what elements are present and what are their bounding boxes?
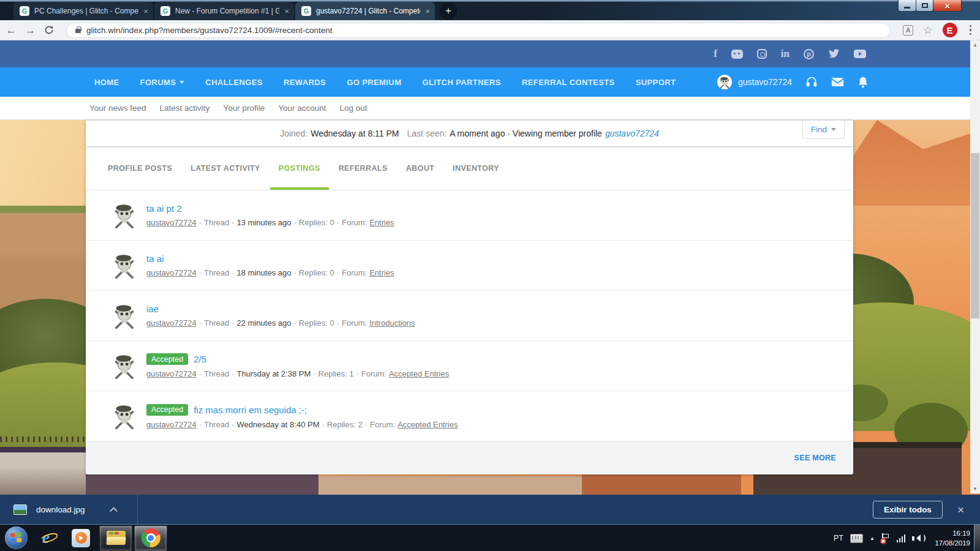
browser-scrollbar[interactable]: ▲ ▼ [970, 40, 980, 493]
forum-link[interactable]: Entries [369, 268, 394, 277]
subnav-your-account[interactable]: Your account [278, 103, 326, 113]
tab-referrals[interactable]: REFERRALS [339, 164, 388, 190]
nav-item-rewards[interactable]: REWARDS [284, 78, 326, 87]
logged-in-username[interactable]: gustavo72724 [738, 77, 792, 87]
taskbar-internet-explorer-button[interactable]: e [29, 525, 62, 551]
back-button[interactable]: ← [6, 25, 17, 36]
tab-inventory[interactable]: INVENTORY [453, 164, 499, 190]
forum-link[interactable]: Accepted Entries [398, 420, 458, 429]
nav-item-referral-contests[interactable]: REFERRAL CONTESTS [522, 78, 615, 87]
show-all-downloads-button[interactable]: Exibir todos [873, 501, 943, 519]
tab-close-icon[interactable]: × [284, 7, 289, 15]
nav-item-home[interactable]: HOME [94, 78, 119, 87]
pinterest-icon[interactable]: p [804, 48, 814, 60]
twitter-icon[interactable] [828, 48, 840, 60]
close-window-button[interactable]: × [933, 0, 962, 12]
network-icon[interactable] [897, 534, 906, 542]
close-download-bar-icon[interactable]: × [957, 504, 964, 515]
subnav-your-news-feed[interactable]: Your news feed [89, 103, 146, 113]
poster-avatar[interactable] [109, 301, 140, 331]
separator: · [199, 369, 202, 378]
author-link[interactable]: gustavo72724 [146, 369, 197, 378]
tab-pc-challenges[interactable]: G PC Challenges | Glitch - Compete × [13, 2, 153, 20]
scroll-up-arrow[interactable]: ▲ [970, 40, 980, 50]
show-desktop-button[interactable] [974, 525, 980, 551]
thread-title-link[interactable]: iae [146, 304, 159, 314]
author-link[interactable]: gustavo72724 [146, 218, 197, 227]
forward-button[interactable]: → [25, 25, 36, 36]
subnav-your-profile[interactable]: Your profile [223, 103, 265, 113]
user-avatar[interactable] [717, 75, 732, 89]
action-center-icon[interactable] [881, 533, 890, 543]
subnav-latest-activity[interactable]: Latest activity [160, 103, 210, 113]
separator: · [199, 218, 202, 227]
tab-close-icon[interactable]: × [425, 7, 430, 15]
volume-icon[interactable] [912, 534, 925, 542]
hidden-icons-arrow[interactable]: ▲ [870, 536, 875, 541]
poster-avatar[interactable] [109, 401, 140, 432]
nav-item-glitch-partners[interactable]: GLITCH PARTNERS [422, 78, 501, 87]
replies-count: Replies: 1 [318, 369, 354, 378]
forum-link[interactable]: Entries [369, 218, 394, 227]
tab-profile-posts[interactable]: PROFILE POSTS [108, 164, 172, 190]
thread-title-link[interactable]: ta ai [146, 253, 164, 264]
tab-latest-activity[interactable]: LATEST ACTIVITY [190, 164, 260, 190]
language-indicator[interactable]: PT [834, 534, 843, 542]
see-more-link[interactable]: SEE MORE [794, 454, 836, 462]
author-link[interactable]: gustavo72724 [146, 420, 197, 429]
headset-icon[interactable] [805, 76, 818, 88]
thread-title-link[interactable]: fiz mas morri em seguida ;-; [194, 405, 307, 415]
discord-icon[interactable] [731, 48, 743, 60]
post-type: Thread [204, 318, 229, 328]
scroll-down-arrow[interactable]: ▼ [970, 484, 980, 493]
tab-close-icon[interactable]: × [143, 7, 148, 15]
youtube-icon[interactable] [854, 48, 866, 60]
mail-icon[interactable] [831, 77, 844, 87]
subnav-log-out[interactable]: Log out [339, 103, 367, 113]
maximize-button[interactable] [916, 0, 933, 12]
tab-forum-competition[interactable]: G New - Forum Competition #1 | G × [154, 2, 294, 20]
padlock-icon[interactable] [75, 29, 81, 33]
taskbar-chrome-button[interactable] [134, 525, 167, 551]
bookmark-star-icon[interactable]: ☆ [923, 25, 932, 36]
poster-avatar[interactable] [109, 200, 140, 231]
start-button[interactable] [5, 527, 28, 549]
tray-clock[interactable]: 16:19 17/08/2019 [935, 528, 970, 548]
taskbar-media-player-button[interactable] [64, 525, 97, 551]
separator: · [199, 268, 202, 277]
browser-menu-icon[interactable] [967, 25, 974, 36]
url-text[interactable]: glitch.win/index.php?members/gustavo7272… [86, 26, 333, 35]
bell-icon[interactable] [858, 76, 869, 88]
find-button[interactable]: Find [802, 120, 845, 139]
browser-profile-avatar[interactable]: E [943, 23, 957, 37]
taskbar-explorer-button[interactable] [99, 525, 132, 551]
reload-button[interactable] [44, 25, 54, 35]
scrollbar-thumb[interactable] [971, 153, 979, 318]
facebook-icon[interactable]: f [714, 48, 717, 60]
forum-link[interactable]: Accepted Entries [389, 369, 449, 378]
minimize-button[interactable] [898, 0, 916, 12]
thread-title-link[interactable]: 2/5 [194, 354, 206, 364]
tab-gustavo-profile[interactable]: G gustavo72724 | Glitch - Compete × [295, 2, 435, 20]
linkedin-icon[interactable]: in [781, 48, 790, 60]
thread-title-link[interactable]: ta ai pt 2 [146, 203, 182, 214]
poster-avatar[interactable] [109, 351, 140, 381]
nav-item-challenges[interactable]: CHALLENGES [205, 78, 263, 87]
translate-icon[interactable]: A [903, 25, 913, 36]
forum-link[interactable]: Introductions [369, 318, 415, 328]
tab-postings[interactable]: POSTINGS [279, 164, 320, 190]
tab-about[interactable]: ABOUT [406, 164, 434, 190]
nav-item-forums[interactable]: FORUMS [140, 78, 185, 87]
poster-avatar[interactable] [109, 250, 140, 281]
author-link[interactable]: gustavo72724 [146, 318, 197, 328]
nav-item-support[interactable]: SUPPORT [636, 78, 676, 87]
downloaded-filename[interactable]: download.jpg [36, 505, 85, 514]
keyboard-layout-icon[interactable] [850, 534, 863, 543]
address-bar[interactable]: glitch.win/index.php?members/gustavo7272… [66, 23, 891, 38]
new-tab-button[interactable]: + [440, 2, 457, 20]
instagram-icon[interactable] [757, 48, 767, 60]
author-link[interactable]: gustavo72724 [146, 268, 197, 277]
viewing-profile-link[interactable]: gustavo72724 [605, 129, 659, 138]
chevron-up-icon[interactable] [110, 507, 118, 515]
nav-item-go-premium[interactable]: GO PREMIUM [347, 78, 401, 87]
